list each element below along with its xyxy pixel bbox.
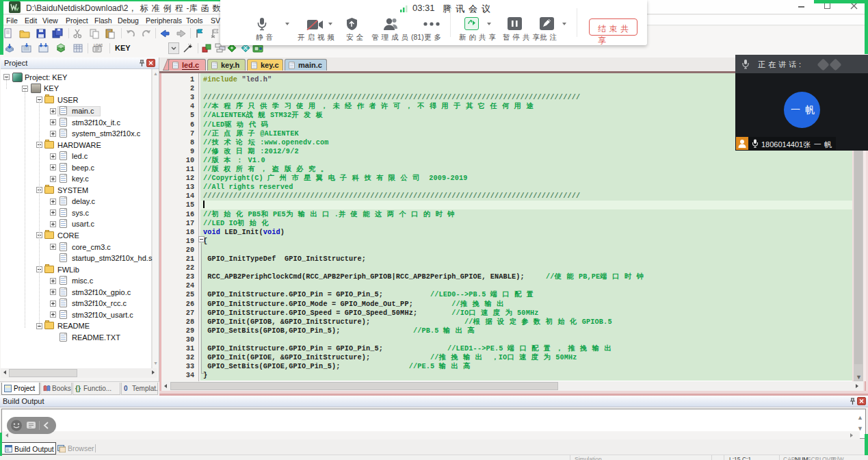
- svg-text:LOAD: LOAD: [94, 43, 103, 47]
